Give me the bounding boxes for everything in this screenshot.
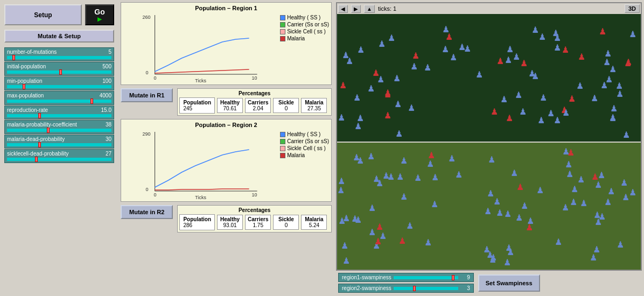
region1-healthy-value: 70.61	[220, 105, 240, 111]
legend-item: Sickle Cell ( ss )	[280, 29, 329, 34]
blue-person: ♟	[580, 199, 587, 208]
region1-chart-title: Population – Region 1	[123, 5, 329, 11]
swamp-label-region2-swampiness: region2-swampiness	[342, 285, 391, 291]
mutate-r2-button[interactable]: Mutate in R2	[121, 205, 173, 219]
region2-controls: Mutate in R2 Percentages Population 286 …	[121, 205, 332, 232]
red-person: ♟	[491, 108, 498, 116]
red-person: ♟	[398, 237, 406, 245]
blue-person: ♟	[341, 242, 348, 250]
region1-percentages-label: Percentages	[179, 90, 330, 96]
param-sicklecell-dead-probability: sicklecell-dead-probability 27	[4, 149, 114, 163]
swamp-val-region1-swampiness: 9	[460, 274, 470, 280]
go-button[interactable]: Go ▶	[85, 4, 114, 25]
svg-text:0: 0	[146, 187, 149, 192]
blue-person: ♟	[376, 179, 383, 188]
region1-stats: Percentages Population 245 Healthy 70.61…	[177, 88, 332, 116]
param-slider-number-of-mutations[interactable]	[7, 56, 111, 59]
blue-person: ♟	[496, 209, 503, 217]
blue-person: ♟	[414, 174, 422, 182]
blue-person: ♟	[388, 34, 395, 43]
red-person: ♟	[412, 52, 419, 60]
region2-population-box: Population 286	[179, 214, 215, 230]
blue-person: ♟	[431, 200, 438, 209]
param-slider-sicklecell-dead-probability[interactable]	[7, 158, 111, 161]
blue-person: ♟	[507, 248, 514, 257]
region2-chart-title: Population – Region 2	[123, 122, 329, 128]
right-panel: ◀ ▶ ▲ ticks: 1 3D ♟♟♟♟♟♟♟♟♟♟♟♟♟♟♟♟♟♟♟♟♟♟…	[334, 0, 644, 296]
blue-person: ♟	[537, 116, 545, 125]
param-number-of-mutations: number-of-mutations 5	[4, 47, 114, 61]
region1-population-value: 245	[183, 105, 211, 111]
blue-person: ♟	[484, 207, 492, 216]
param-value-initial-population: 500	[102, 64, 111, 69]
blue-person: ♟	[540, 94, 547, 102]
blue-person: ♟	[346, 57, 353, 66]
nav-left-button[interactable]: ◀	[338, 5, 348, 13]
blue-person: ♟	[354, 122, 362, 131]
region2-chart-section: Population – Region 2 290 0 0 10 Ticks H…	[121, 119, 332, 202]
blue-person: ♟	[506, 45, 514, 54]
mutate-setup-row: Mutate & Setup	[4, 30, 114, 43]
mutate-setup-button[interactable]: Mutate & Setup	[4, 30, 114, 43]
swamp-track-region2-swampiness[interactable]	[394, 287, 458, 290]
swamp-track-region1-swampiness[interactable]	[394, 276, 458, 279]
param-slider-malaria-dead-probability[interactable]	[7, 143, 111, 146]
svg-text:10: 10	[252, 192, 257, 198]
blue-person: ♟	[342, 257, 350, 265]
blue-person: ♟	[489, 256, 496, 264]
param-sliders: number-of-mutations 5 initial-population…	[4, 47, 114, 164]
red-person: ♟	[516, 183, 524, 192]
red-person: ♟	[520, 59, 528, 68]
svg-text:260: 260	[143, 15, 151, 20]
region1-svg: 260 0 0 10 Ticks	[123, 12, 278, 82]
param-slider-reproduction-rate[interactable]	[7, 114, 111, 117]
blue-person: ♟	[576, 82, 584, 90]
left-panel: Setup Go ▶ Mutate & Setup number-of-muta…	[0, 0, 118, 296]
param-thumb-min-population	[23, 84, 25, 89]
blue-person: ♟	[604, 50, 612, 58]
param-label-max-population: max-population	[7, 93, 44, 98]
blue-person: ♟	[367, 84, 375, 93]
param-slider-max-population[interactable]	[7, 100, 111, 103]
red-person: ♟	[445, 33, 453, 41]
blue-person: ♟	[448, 154, 456, 163]
blue-person: ♟	[620, 179, 628, 187]
nav-right-button[interactable]: ▶	[351, 5, 361, 13]
blue-person: ♟	[500, 95, 508, 104]
param-label-min-population: min-population	[7, 78, 43, 84]
region2-chart-area: 290 0 0 10 Ticks Healthy ( SS )Carrier (…	[123, 129, 329, 199]
blue-person: ♟	[356, 114, 364, 123]
param-slider-malaria-probability-coefficient[interactable]	[7, 129, 111, 132]
blue-person: ♟	[368, 204, 376, 213]
param-slider-min-population[interactable]	[7, 85, 111, 88]
blue-person: ♟	[455, 171, 463, 179]
setup-button[interactable]: Setup	[4, 4, 82, 25]
nav-up-button[interactable]: ▲	[364, 5, 375, 13]
swamp-row-region1-swampiness: region1-swampiness 9	[338, 273, 474, 282]
red-person: ♟	[384, 111, 391, 120]
blue-person: ♟	[521, 202, 528, 210]
center-panel: Population – Region 1 260 0 0 10 Ticks	[118, 0, 334, 296]
blue-person: ♟	[536, 186, 544, 195]
region1-sickle-box: Sickle 0	[273, 98, 299, 113]
blue-person: ♟	[426, 160, 434, 168]
param-thumb-reproduction-rate	[38, 113, 41, 118]
region1-chart-area: 260 0 0 10 Ticks Healthy ( SS )Carrier (…	[123, 12, 329, 82]
svg-text:0: 0	[154, 75, 157, 81]
param-slider-initial-population[interactable]	[7, 71, 111, 74]
blue-person: ♟	[396, 173, 404, 181]
set-swampiness-button[interactable]: Set Swampiness	[478, 274, 540, 292]
blue-person: ♟	[555, 238, 562, 246]
blue-person: ♟	[562, 203, 569, 212]
mutate-r1-button[interactable]: Mutate in R1	[121, 88, 173, 102]
blue-person: ♟	[590, 253, 597, 262]
3d-button[interactable]: 3D	[625, 4, 640, 13]
legend-label: Malaria	[287, 36, 305, 41]
simulation-wrapper: ◀ ▶ ▲ ticks: 1 3D ♟♟♟♟♟♟♟♟♟♟♟♟♟♟♟♟♟♟♟♟♟♟…	[336, 2, 642, 271]
legend-item: Malaria	[280, 36, 329, 41]
legend-item: Malaria	[280, 152, 329, 158]
param-thumb-malaria-probability-coefficient	[47, 128, 50, 133]
svg-text:Ticks: Ticks	[195, 195, 206, 199]
blue-person: ♟	[622, 131, 630, 139]
svg-text:0: 0	[146, 70, 149, 75]
